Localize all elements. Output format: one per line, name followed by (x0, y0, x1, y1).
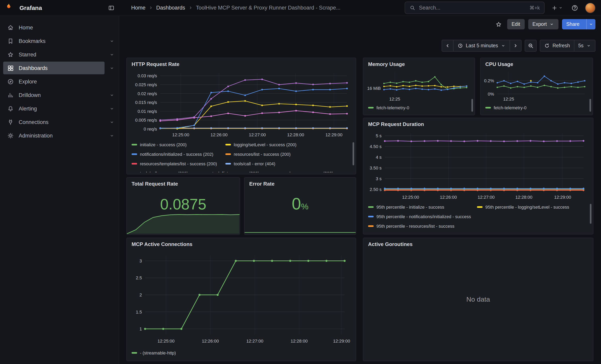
time-back-button[interactable] (441, 40, 453, 52)
legend-item[interactable]: fetch-telemetry-0 (485, 105, 526, 110)
legend-item[interactable]: initialize - success (200) (131, 142, 221, 147)
chevron-down-icon (559, 6, 563, 10)
sidebar-item-label: Alerting (19, 106, 37, 111)
search-shortcut: ⌘+k (530, 5, 540, 11)
sidebar-expand-chevron[interactable] (105, 106, 119, 111)
legend-scrollbar[interactable] (352, 142, 354, 165)
sidebar-expand-chevron[interactable] (105, 65, 119, 70)
breadcrumb-home[interactable]: Home (131, 5, 145, 11)
time-range-picker[interactable]: Last 5 minutes (453, 40, 510, 52)
svg-text:12:28:00: 12:28:00 (287, 132, 304, 137)
legend-swatch (368, 107, 374, 108)
sidebar-link-administration[interactable]: Administration (3, 129, 105, 142)
legend-swatch (225, 163, 231, 165)
panel-title[interactable]: MCP Active Connections (127, 238, 356, 247)
svg-text:2.5: 2.5 (136, 275, 142, 280)
error-rate-sparkline (245, 227, 355, 233)
legend-item[interactable]: fetch-telemetry-0 (368, 105, 409, 110)
sidebar-expand-chevron[interactable] (105, 133, 119, 138)
sidebar-link-drilldown[interactable]: Drilldown (3, 89, 105, 101)
legend-item[interactable]: unknown - success (200) (276, 171, 345, 172)
sidebar-link-explore[interactable]: Explore (3, 75, 119, 88)
legend-item[interactable]: 95th percentile - initialize - success (368, 205, 475, 209)
dashboard-actions: Edit Export Share (494, 19, 595, 30)
export-button[interactable]: Export (528, 19, 558, 30)
mcp-request-duration-chart: 2.50 s3 s3.50 s4 s4.50 s5 s12:25:0012:26… (366, 130, 588, 201)
legend-swatch (368, 216, 374, 217)
panel-active-goroutines: Active Goroutines No data (363, 238, 593, 361)
share-menu-button[interactable] (586, 19, 595, 30)
panel-title[interactable]: CPU Usage (481, 58, 593, 67)
favorite-star-button[interactable] (494, 19, 504, 29)
refresh-button[interactable]: Refresh (540, 40, 574, 52)
legend-scrollbar[interactable] (471, 99, 473, 112)
clock-icon (457, 43, 463, 49)
sidebar-link-alerting[interactable]: Alerting (3, 102, 105, 115)
legend-item[interactable]: tools/call - success (200) (131, 171, 200, 172)
svg-text:0.005 req/s: 0.005 req/s (135, 118, 157, 123)
grafana-logo[interactable] (6, 3, 16, 13)
legend-item[interactable]: notifications/initialized - success (202… (131, 152, 221, 157)
breadcrumb-dashboards[interactable]: Dashboards (156, 5, 185, 11)
sidebar-item-explore: Explore (0, 75, 119, 88)
sidebar-link-starred[interactable]: Starred (3, 48, 105, 61)
new-button[interactable] (550, 3, 564, 12)
sidebar-item-home: Home (0, 21, 119, 34)
chart-canvas: 0 req/s0.005 req/s0.01 req/s0.015 req/s0… (129, 70, 351, 138)
zoom-out-button[interactable] (525, 40, 537, 52)
svg-text:0.2%: 0.2% (484, 78, 494, 83)
legend-scrollbar[interactable] (590, 99, 591, 112)
sidebar-expand-chevron[interactable] (105, 119, 119, 125)
svg-text:0 req/s: 0 req/s (144, 127, 157, 132)
legend-swatch (368, 206, 374, 208)
sidebar-link-dashboards[interactable]: Dashboards (3, 62, 105, 74)
top-bar: Grafana Home Dashboards ToolHive MCP Ser… (0, 0, 601, 16)
panel-cpu-usage: CPU Usage 0.2%0%12:25 fetch-telemetry-0 (480, 58, 593, 115)
plus-icon (551, 5, 558, 11)
legend: fetch-telemetry-0 (485, 103, 585, 112)
sidebar-expand-chevron[interactable] (105, 52, 119, 57)
legend-item[interactable]: 95th percentile - notifications/initiali… (368, 214, 476, 219)
help-button[interactable] (570, 3, 580, 13)
svg-text:12:25: 12:25 (503, 97, 514, 101)
panel-title[interactable]: Total Request Rate (127, 178, 240, 187)
legend-item[interactable]: - (streamable-http) (131, 351, 176, 355)
sidebar-toggle-button[interactable] (107, 3, 116, 13)
legend-item[interactable]: tools/list - success (200) (204, 171, 272, 172)
panel-title[interactable]: MCP Request Duration (363, 118, 593, 127)
legend-item[interactable]: logging/setLevel - success (200) (225, 142, 315, 147)
time-controls: Last 5 minutes Refresh 5s (441, 40, 595, 52)
legend-item[interactable]: resources/templates/list - success (200) (131, 161, 221, 166)
panel-title[interactable]: Error Rate (244, 178, 356, 187)
legend-item[interactable]: 95th percentile - logging/setLevel - suc… (477, 205, 584, 209)
legend-item[interactable]: 95th percentile - resources/list - succe… (368, 224, 476, 228)
share-button-group: Share (562, 19, 595, 30)
breadcrumb-current: ToolHive MCP Server & Proxy Runner Dashb… (196, 5, 341, 11)
sidebar-expand-chevron[interactable] (105, 38, 119, 43)
panel-title[interactable]: Memory Usage (363, 58, 475, 67)
home-icon (7, 24, 14, 31)
user-avatar[interactable] (585, 3, 595, 13)
plug-icon (7, 119, 14, 125)
total-request-rate-sparkline (127, 211, 239, 234)
edit-button[interactable]: Edit (507, 19, 524, 30)
panel-title[interactable]: HTTP Request Rate (127, 58, 356, 67)
legend-row: fetch-telemetry-0 (485, 103, 585, 112)
legend-item[interactable]: resources/list - success (200) (225, 152, 315, 157)
sidebar-link-bookmarks[interactable]: Bookmarks (3, 35, 105, 47)
legend-swatch (368, 225, 374, 227)
share-button[interactable]: Share (562, 19, 584, 30)
refresh-interval-picker[interactable]: 5s (574, 40, 595, 52)
sidebar-link-home[interactable]: Home (3, 21, 119, 34)
legend-item[interactable]: tools/call - error (404) (225, 161, 315, 166)
search-input[interactable]: Search... ⌘+k (405, 2, 545, 14)
sidebar-expand-chevron[interactable] (105, 92, 119, 98)
legend-label: tools/call - error (404) (234, 161, 275, 166)
legend-scrollbar[interactable] (590, 204, 591, 224)
legend-row: resources/templates/list - success (200)… (131, 159, 349, 168)
svg-text:12:27:00: 12:27:00 (246, 339, 263, 344)
sidebar-link-connections[interactable]: Connections (3, 116, 105, 128)
sidebar-item-label: Starred (19, 51, 36, 58)
panel-http-request-rate: HTTP Request Rate 0 req/s0.005 req/s0.01… (126, 58, 356, 175)
time-forward-button[interactable] (510, 40, 521, 52)
